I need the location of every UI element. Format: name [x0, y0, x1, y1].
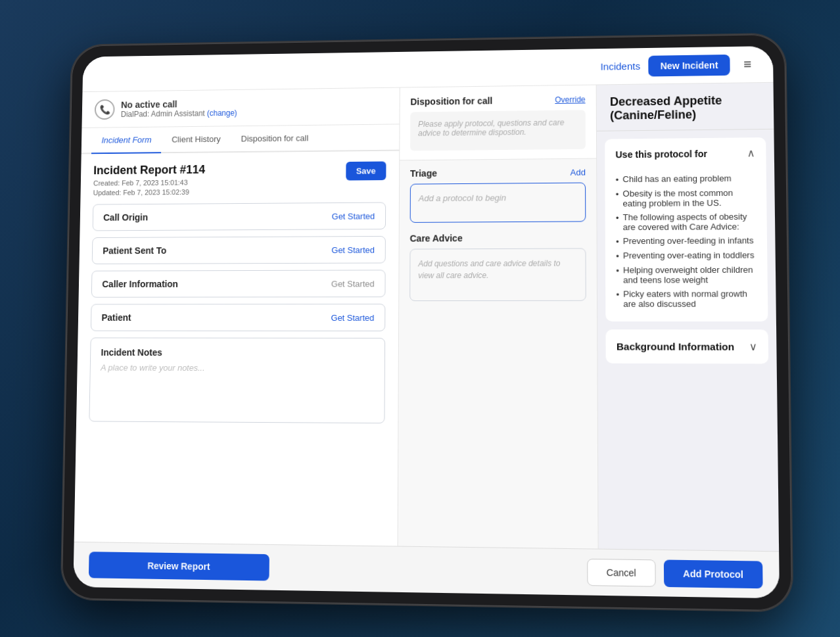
bullet-icon: • [616, 213, 619, 223]
middle-panel: Disposition for call Override Please app… [398, 85, 599, 548]
call-origin-field[interactable]: Call Origin Get Started [93, 202, 386, 231]
incidents-nav-link[interactable]: Incidents [600, 60, 640, 72]
caller-info-action[interactable]: Get Started [331, 278, 375, 288]
list-item: • Preventing over-feeding in infants [616, 233, 757, 248]
left-panel: 📞 No active call DialPad: Admin Assistan… [74, 87, 400, 546]
use-protocol-card-body: • Child has an eating problem • Obesity … [605, 168, 768, 321]
incident-form-area: Incident Report #114 Created: Feb 7, 202… [74, 151, 400, 546]
incident-notes[interactable]: Incident Notes A place to write your not… [89, 337, 385, 423]
care-advice-placeholder: Add questions and care advice details to… [418, 258, 560, 280]
incident-created: Created: Feb 7, 2023 15:01:43 [93, 178, 205, 187]
save-button[interactable]: Save [346, 161, 386, 180]
call-origin-label: Call Origin [103, 212, 148, 222]
caller-info-label: Caller Information [102, 279, 178, 289]
triage-box: Add a protocol to begin [410, 182, 586, 222]
background-info-header[interactable]: Background Information ∨ [605, 329, 768, 364]
protocol-scroll: Use this protocol for ∧ • Child has an e… [597, 129, 779, 550]
patient-sent-to-field[interactable]: Patient Sent To Get Started [92, 235, 386, 264]
bullet-icon: • [616, 251, 619, 261]
status-title: No active call [121, 98, 237, 110]
disposition-placeholder: Please apply protocol, questions and car… [410, 110, 586, 151]
triage-placeholder: Add a protocol to begin [419, 193, 506, 203]
disposition-title: Disposition for call [410, 95, 492, 106]
tabs-bar: Incident Form Client History Disposition… [82, 124, 400, 154]
status-bar: 📞 No active call DialPad: Admin Assistan… [82, 87, 399, 128]
new-incident-button[interactable]: New Incident [648, 54, 730, 76]
disposition-header: Disposition for call Override [410, 94, 585, 106]
use-protocol-card-header[interactable]: Use this protocol for ∧ [605, 137, 766, 169]
status-info: No active call DialPad: Admin Assistant … [121, 98, 237, 118]
bottom-bar: Review Report Cancel Add Protocol [73, 541, 780, 598]
menu-button[interactable]: ≡ [738, 54, 757, 74]
patient-label: Patient [101, 312, 131, 323]
chevron-up-icon: ∧ [747, 147, 755, 159]
use-protocol-card-title: Use this protocol for [615, 148, 707, 159]
notes-title: Incident Notes [101, 347, 374, 358]
care-advice-title: Care Advice [410, 233, 463, 243]
chevron-down-icon: ∨ [749, 340, 758, 352]
patient-action[interactable]: Get Started [331, 312, 375, 322]
hamburger-icon: ≡ [743, 57, 751, 71]
disposition-section: Disposition for call Override Please app… [400, 85, 596, 160]
care-advice-box: Add questions and care advice details to… [409, 248, 586, 301]
use-protocol-card: Use this protocol for ∧ • Child has an e… [605, 137, 768, 321]
cancel-button[interactable]: Cancel [587, 558, 656, 586]
triage-add-link[interactable]: Add [571, 167, 586, 177]
notes-placeholder: A place to write your notes... [101, 362, 374, 373]
background-info-title: Background Information [617, 341, 734, 352]
main-content: 📞 No active call DialPad: Admin Assistan… [74, 82, 779, 551]
middle-scroll: Triage Add Add a protocol to begin Care … [398, 158, 598, 548]
list-item: • Picky eaters with normal growth are al… [616, 287, 757, 311]
override-link[interactable]: Override [555, 95, 585, 104]
incident-title: Incident Report #114 [93, 163, 205, 177]
bullet-icon: • [616, 266, 619, 275]
patient-sent-to-label: Patient Sent To [103, 245, 166, 256]
incident-header: Incident Report #114 Created: Feb 7, 202… [93, 161, 386, 196]
incident-info: Incident Report #114 Created: Feb 7, 202… [93, 163, 206, 197]
tab-client-history[interactable]: Client History [162, 126, 231, 153]
phone-icon: 📞 [95, 99, 115, 120]
status-sub: DialPad: Admin Assistant (change) [121, 108, 237, 119]
triage-section-header: Triage Add [410, 166, 586, 178]
protocol-title: Decreased Appetite (Canine/Feline) [597, 82, 774, 131]
care-advice-section-header: Care Advice [410, 232, 586, 243]
bullet-icon: • [616, 175, 619, 185]
list-item: • The following aspects of obesity are c… [616, 209, 756, 233]
patient-field[interactable]: Patient Get Started [91, 304, 386, 331]
bullet-icon: • [616, 237, 619, 247]
tab-incident-form[interactable]: Incident Form [91, 127, 162, 154]
right-panel: Decreased Appetite (Canine/Feline) Use t… [597, 82, 779, 551]
list-item: • Preventing over-eating in toddlers [616, 248, 757, 263]
review-report-button[interactable]: Review Report [89, 552, 269, 580]
tab-disposition[interactable]: Disposition for call [231, 125, 319, 152]
phone-glyph: 📞 [99, 104, 110, 114]
change-link[interactable]: (change) [207, 108, 237, 118]
bullet-icon: • [616, 189, 619, 199]
triage-title: Triage [410, 168, 437, 178]
list-item: • Child has an eating problem [616, 171, 756, 187]
bottom-right-buttons: Cancel Add Protocol [587, 558, 763, 588]
list-item: • Obesity is the most common eating prob… [616, 185, 756, 210]
background-info-card: Background Information ∨ [605, 329, 768, 364]
list-item: • Helping overweight older children and … [616, 262, 757, 287]
call-origin-action[interactable]: Get Started [332, 210, 375, 220]
incident-updated: Updated: Feb 7, 2023 15:02:39 [93, 188, 205, 197]
patient-sent-to-action[interactable]: Get Started [331, 245, 375, 254]
bullet-icon: • [616, 289, 619, 299]
add-protocol-button[interactable]: Add Protocol [664, 559, 763, 588]
caller-info-field[interactable]: Caller Information Get Started [91, 270, 386, 297]
